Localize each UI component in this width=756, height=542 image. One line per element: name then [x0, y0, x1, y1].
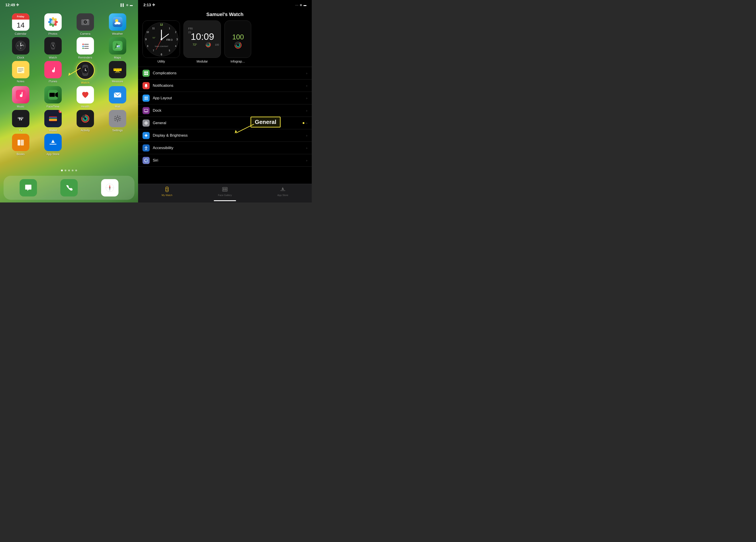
menu-label-display: Display & Brightness — [153, 133, 306, 138]
svg-point-28 — [20, 45, 21, 46]
my-watch-tab-icon — [163, 186, 171, 193]
app-health[interactable]: Health — [73, 86, 98, 108]
dock-messages[interactable] — [20, 179, 37, 197]
app-label-activity: Activity — [81, 129, 90, 132]
svg-text:12: 12 — [160, 23, 163, 26]
app-music[interactable]: Music — [8, 86, 33, 108]
app-row-5: tv apple TV 1 Wallet — [4, 110, 134, 132]
app-clock[interactable]: 12 6 9 3 Clock — [8, 37, 33, 59]
app-wallet[interactable]: 1 Wallet — [41, 110, 65, 132]
menu-label-app-layout: App Layout — [153, 96, 306, 100]
app-mail[interactable]: Mail — [105, 86, 130, 108]
reminders-icon — [80, 41, 90, 51]
app-maps[interactable]: 280 Maps — [105, 37, 130, 59]
dock-chevron: › — [306, 109, 307, 112]
app-store-tab-icon — [279, 186, 286, 193]
app-appstore[interactable]: App Store — [41, 134, 65, 156]
tab-my-watch[interactable]: My Watch — [138, 186, 196, 197]
app-itunes[interactable]: iTunes — [41, 61, 65, 84]
tab-app-store[interactable]: App Store — [254, 186, 312, 197]
app-label-notes: Notes — [17, 80, 24, 83]
app-notes[interactable]: Notes — [8, 61, 33, 84]
app-photos[interactable]: Photos — [41, 13, 65, 35]
menu-complications[interactable]: Complications › — [138, 67, 312, 79]
menu-display[interactable]: Display & Brightness › — [138, 129, 312, 142]
dock-phone[interactable] — [60, 179, 78, 197]
menu-accessibility[interactable]: Accessibility › — [138, 142, 312, 154]
tab-face-gallery-label: Face Gallery — [218, 194, 232, 197]
app-watch[interactable]: Watch — [41, 37, 65, 59]
books-icon — [16, 138, 26, 147]
general-dot — [303, 122, 304, 124]
display-icon — [143, 132, 150, 139]
iphone-panel: 12:49 ✈ ▌▌ ⊕ ▬ Friday 14 Calendar — [0, 0, 138, 203]
app-camera[interactable]: Camera — [73, 13, 98, 35]
watch-app-icon — [47, 40, 59, 52]
tab-face-gallery[interactable]: Face Gallery — [196, 186, 254, 197]
facetime-icon — [48, 90, 58, 100]
svg-text:72°: 72° — [193, 43, 197, 46]
svg-point-114 — [109, 187, 110, 188]
svg-text:TASK CONTENT: TASK CONTENT — [155, 45, 168, 47]
signal-icon: ▌▌ — [121, 3, 125, 7]
phone-icon — [64, 183, 74, 193]
app-activity[interactable]: Activity — [73, 110, 98, 132]
infograph-face-preview: 100 — [225, 21, 251, 58]
svg-text:23: 23 — [188, 31, 191, 34]
menu-notifications[interactable]: Notifications › — [138, 79, 312, 92]
wallet-icon — [48, 114, 58, 124]
display-chevron: › — [306, 134, 307, 137]
health-icon — [80, 90, 90, 100]
app-grid: Friday 14 Calendar — [0, 10, 138, 174]
dot-4 — [72, 170, 73, 171]
watch-battery-icon: ▬ — [304, 3, 306, 7]
app-watch-highlighted[interactable]: Watch — [73, 61, 98, 84]
face-modular-label: Modular — [197, 60, 208, 63]
home-indicator — [214, 200, 236, 201]
dot-3 — [68, 170, 70, 171]
menu-app-layout[interactable]: App Layout › — [138, 92, 312, 104]
face-infograph[interactable]: 100 Infograp… — [224, 20, 251, 63]
notifications-chevron: › — [306, 84, 307, 87]
menu-general[interactable]: General › — [138, 117, 312, 129]
mail-icon — [113, 90, 122, 100]
svg-rect-172 — [146, 124, 146, 125]
svg-line-190 — [167, 189, 168, 190]
face-utility[interactable]: 12 3 6 9 1 2 4 5 7 8 10 11 — [143, 20, 180, 63]
svg-rect-159 — [146, 71, 148, 73]
svg-text:6: 6 — [161, 53, 162, 56]
menu-siri[interactable]: Siri › — [138, 154, 312, 167]
dock-safari[interactable] — [101, 179, 118, 197]
watch-time: 2:13 ✈ — [143, 3, 155, 7]
watch-app-panel: 2:13 ✈ ···· ⊕ ▬ Samuel's Watch 12 — [138, 0, 312, 203]
svg-text:6: 6 — [20, 47, 21, 49]
app-reminders[interactable]: Reminders — [73, 37, 98, 59]
app-books[interactable]: Books — [8, 134, 33, 156]
svg-rect-93 — [117, 115, 118, 117]
app-label-facetime: FaceTime — [47, 105, 59, 108]
app-layout-chevron: › — [306, 96, 307, 100]
settings-icon — [113, 114, 122, 124]
svg-point-162 — [146, 87, 147, 88]
calendar-day: Friday — [12, 13, 29, 20]
app-weather[interactable]: Weather — [105, 13, 130, 35]
app-tv[interactable]: tv apple TV — [8, 110, 33, 132]
app-facetime[interactable]: FaceTime — [41, 86, 65, 108]
svg-point-18 — [117, 22, 120, 24]
app-label-calendar: Calendar — [15, 32, 26, 35]
app-row-3: Notes iTunes — [4, 61, 134, 84]
svg-line-184 — [146, 149, 147, 150]
wallet-badge: 1 — [58, 110, 62, 114]
dock-icon — [143, 107, 150, 114]
face-modular[interactable]: FRI 23 10:09 72° 100 — [183, 20, 221, 63]
svg-text:9: 9 — [17, 45, 18, 47]
app-settings[interactable]: Settings — [105, 110, 130, 132]
menu-dock[interactable]: Dock › — [138, 104, 312, 117]
watch-signal-icon: ···· — [295, 3, 298, 7]
svg-text:4: 4 — [175, 45, 176, 47]
faces-carousel[interactable]: 12 3 6 9 1 2 4 5 7 8 10 11 — [138, 20, 312, 67]
svg-rect-102 — [18, 140, 20, 146]
app-calendar[interactable]: Friday 14 Calendar — [8, 13, 33, 35]
app-measure[interactable]: Measure — [105, 61, 130, 84]
svg-text:1: 1 — [169, 27, 170, 30]
